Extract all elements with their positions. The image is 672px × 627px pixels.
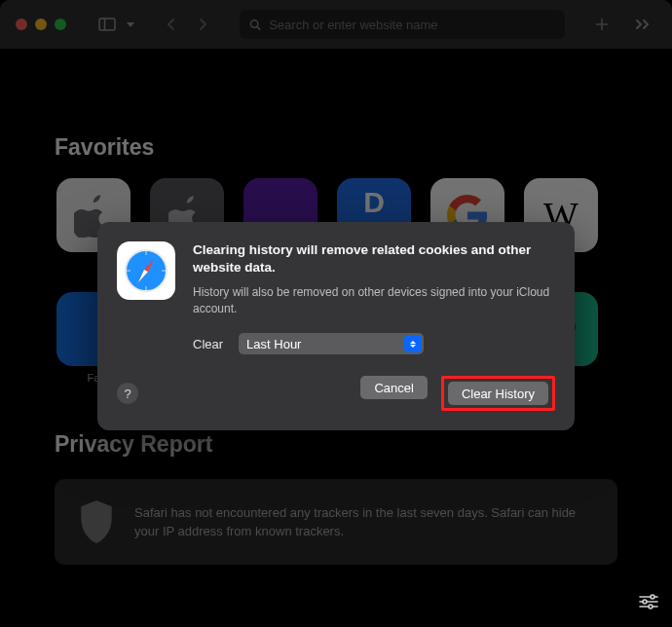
dialog-subtitle: History will also be removed on other de… [193,284,555,317]
window-close-button[interactable] [16,18,27,30]
select-value: Last Hour [246,337,301,351]
search-icon [249,18,261,31]
privacy-report-heading: Privacy Report [55,431,617,458]
chevron-right-icon [198,18,207,31]
window-zoom-button[interactable] [55,18,66,30]
clear-history-dialog: Clearing history will remove related coo… [97,222,575,430]
svg-rect-0 [99,18,115,30]
plus-icon [595,18,609,31]
sliders-icon [639,594,658,609]
safari-app-icon [117,241,175,300]
privacy-report-card[interactable]: Safari has not encountered any trackers … [55,479,617,565]
page-settings-button[interactable] [639,594,658,613]
window-minimize-button[interactable] [35,18,47,30]
clear-label: Clear [193,337,223,351]
help-button[interactable]: ? [117,383,138,404]
clear-history-button[interactable]: Clear History [448,382,548,405]
shield-icon [78,500,115,543]
sidebar-icon [98,18,116,31]
address-bar[interactable] [240,10,565,39]
sidebar-toggle-button[interactable] [93,11,121,38]
forward-button[interactable] [189,11,216,38]
back-button[interactable] [158,11,185,38]
svg-point-2 [250,19,257,26]
clear-range-select[interactable]: Last Hour [239,333,424,354]
svg-point-11 [651,595,654,599]
favorites-heading: Favorites [55,134,617,161]
search-input[interactable] [269,18,555,32]
new-tab-button[interactable] [588,11,616,38]
svg-point-15 [649,605,653,609]
privacy-report-text: Safari has not encountered any trackers … [134,503,594,541]
svg-point-13 [643,600,647,604]
svg-line-3 [257,26,260,29]
select-stepper-icon [404,335,422,352]
chevrons-right-icon [635,18,651,31]
dialog-title: Clearing history will remove related coo… [193,241,555,277]
compass-icon [123,247,169,294]
sidebar-menu-button[interactable] [123,11,138,38]
cancel-button[interactable]: Cancel [360,376,427,399]
clear-history-highlight: Clear History [441,376,555,411]
chevron-down-icon [127,22,134,27]
toolbar-overflow-button[interactable] [629,11,656,38]
chevron-left-icon [167,18,176,31]
